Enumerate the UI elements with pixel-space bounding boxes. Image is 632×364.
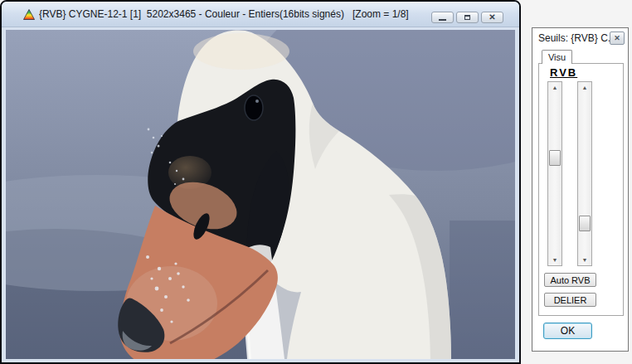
arrow-down-icon[interactable]: ▼: [578, 257, 591, 263]
delier-button[interactable]: DELIER: [544, 293, 596, 307]
slider-thumb[interactable]: [579, 216, 591, 231]
close-button[interactable]: ✕: [481, 12, 503, 23]
close-icon: ✕: [489, 13, 495, 22]
threshold-slider-high[interactable]: ▲ ▼: [547, 81, 562, 266]
window-title: {RVB} CYGNE-12-1 [1] 5202x3465 - Couleur…: [39, 2, 409, 27]
titlebar[interactable]: {RVB} CYGNE-12-1 [1] 5202x3465 - Couleur…: [2, 2, 519, 27]
swan-photo: [6, 30, 515, 359]
image-canvas[interactable]: [6, 30, 515, 359]
restore-button[interactable]: [456, 12, 479, 23]
image-window: {RVB} CYGNE-12-1 [1] 5202x3465 - Couleur…: [0, 0, 521, 364]
minimize-button[interactable]: [431, 12, 454, 23]
window-controls: ✕: [431, 12, 503, 23]
close-icon: ✕: [614, 35, 620, 42]
auto-rvb-button[interactable]: Auto RVB: [544, 273, 596, 287]
minimize-icon: [439, 19, 446, 21]
channel-label: RVB: [550, 66, 577, 79]
arrow-up-icon[interactable]: ▲: [578, 85, 591, 90]
panel-close-button[interactable]: ✕: [610, 32, 625, 45]
slider-thumb[interactable]: [549, 150, 561, 166]
restore-icon: [464, 15, 470, 20]
tab-visu[interactable]: Visu: [542, 50, 572, 64]
threshold-slider-low[interactable]: ▲ ▼: [577, 81, 592, 266]
arrow-up-icon[interactable]: ▲: [548, 85, 562, 90]
ok-button[interactable]: OK: [543, 323, 592, 339]
desktop: {RVB} CYGNE-12-1 [1] 5202x3465 - Couleur…: [0, 0, 632, 364]
seuils-panel: Seuils: {RVB} C... ✕ Visu RVB ▲ ▼ ▲ ▼ Au…: [532, 27, 629, 352]
tab-page-visu: RVB ▲ ▼ ▲ ▼ Auto RVB DELIER: [538, 63, 624, 316]
arrow-down-icon[interactable]: ▼: [548, 257, 562, 263]
app-prism-icon: [23, 9, 35, 20]
panel-title: Seuils: {RVB} C...: [538, 32, 616, 44]
